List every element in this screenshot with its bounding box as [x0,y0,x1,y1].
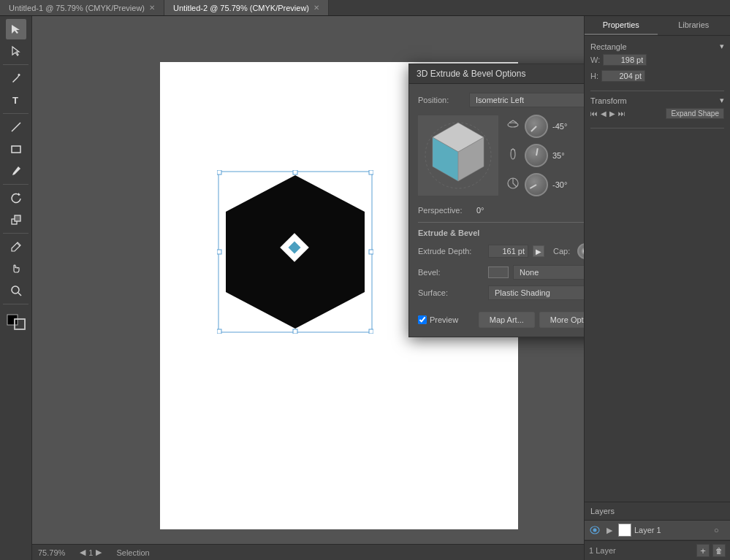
selection-tool[interactable] [6,19,26,39]
layer-visibility-toggle[interactable] [589,524,601,536]
dialog-body: Position: Isometric Left [409,84,584,337]
status-bar: 75.79% ◀ 1 ▶ Selection [32,544,584,560]
svg-rect-3 [12,146,20,153]
preview-label: Preview [430,315,458,324]
width-label: W: [590,55,600,64]
fill-stroke-indicator[interactable] [4,307,28,331]
delete-layer-btn[interactable]: 🗑 [712,544,726,557]
forward-icon[interactable]: ⏭ [618,110,626,118]
extrude-depth-row: Extrude Depth: ▶ Cap: [418,243,584,259]
main-layout: T [0,16,730,560]
y-rotation-dial[interactable] [525,144,548,167]
cube-preview[interactable] [418,115,498,196]
toolbar-separator-4 [3,233,28,234]
rewind-icon[interactable]: ⏮ [590,110,598,118]
dialog-title: 3D Extrude & Bevel Options [417,69,525,79]
brush-tool[interactable] [6,161,26,181]
tab1-label: Untitled-1 @ 75.79% (CMYK/Preview) [9,4,145,12]
tab-bar: Untitled-1 @ 75.79% (CMYK/Preview) ✕ Unt… [0,0,730,16]
x-rotation-icon [506,118,520,134]
layer-options-icon[interactable]: ○ [714,526,726,534]
layers-title: Layers [590,507,615,515]
section-divider-1 [418,222,584,223]
tab2-close[interactable]: ✕ [313,4,319,12]
hexagon-svg [218,172,372,332]
direct-select-tool[interactable] [6,41,26,61]
rectangle-section: Rectangle ▾ W: H: [590,42,724,91]
properties-tab[interactable]: Properties [585,16,658,35]
transform-expand-icon: ▾ [720,96,724,105]
right-panel: Properties Libraries Rectangle ▾ W: H: [584,16,730,560]
svg-point-31 [508,123,518,127]
x-rotation-dial[interactable] [525,115,548,138]
right-panel-tabs: Properties Libraries [585,16,730,36]
right-panel-content: Rectangle ▾ W: H: Transform ▾ [585,36,730,502]
pen-tool[interactable] [6,68,26,88]
properties-tab-label: Properties [603,20,639,29]
preview-checkbox-label[interactable]: Preview [418,315,474,324]
surface-select[interactable]: Plastic Shading [488,285,584,300]
extrude-depth-input[interactable] [488,245,528,258]
extrude-depth-arrow[interactable]: ▶ [533,245,544,257]
position-select[interactable]: Isometric Left [469,93,584,107]
line-tool[interactable] [6,117,26,137]
eyedropper-tool[interactable] [6,237,26,257]
width-input[interactable] [603,54,647,66]
new-layer-btn[interactable]: + [696,544,710,557]
dialog-titlebar[interactable]: 3D Extrude & Bevel Options [409,64,584,84]
tab-untitled2[interactable]: Untitled-2 @ 75.79% (CMYK/Preview) ✕ [164,0,329,15]
height-panel-input[interactable] [601,70,645,82]
z-rotation-icon [506,177,520,193]
cap-btn-round[interactable] [577,243,584,259]
more-options-button[interactable]: More Options [539,312,584,328]
svg-line-7 [18,293,21,296]
tab1-close[interactable]: ✕ [149,4,155,12]
cap-label: Cap: [553,247,570,256]
page-number: 1 [88,548,93,557]
map-art-button[interactable]: Map Art... [479,312,535,328]
position-row: Position: Isometric Left [418,93,584,107]
perspective-row: Perspective: 0° ▶ [418,205,584,215]
rotate-tool[interactable] [6,188,26,208]
preview-checkbox[interactable] [418,315,427,324]
x-rotation-value: -45° [552,122,582,131]
rectangle-tool[interactable] [6,139,26,159]
scale-tool[interactable] [6,210,26,230]
z-rotation-dial[interactable] [525,173,548,196]
page-next[interactable]: ▶ [96,548,102,557]
dialog-footer: Preview Map Art... More Options OK Cance… [418,309,584,328]
layers-status: 1 Layer [589,546,693,555]
zoom-tool[interactable] [6,280,26,301]
perspective-value: 0° [476,206,584,215]
type-tool[interactable]: T [6,90,26,110]
libraries-tab[interactable]: Libraries [658,16,731,35]
next-icon[interactable]: ▶ [609,110,615,118]
toolbar-separator-3 [3,184,28,185]
tab-untitled1[interactable]: Untitled-1 @ 75.79% (CMYK/Preview) ✕ [0,0,164,15]
expand-shape-btn[interactable]: Expand Shape [666,108,724,119]
cube-svg [418,115,498,196]
bevel-select[interactable]: None [513,265,584,280]
canvas-area: 3D Extrude & Bevel Options Position: Iso… [32,16,584,560]
surface-row: Surface: Plastic Shading [418,285,584,300]
hand-tool[interactable] [6,258,26,279]
hex-shape[interactable] [218,172,372,332]
surface-label: Surface: [418,288,484,297]
tab2-label: Untitled-2 @ 75.79% (CMYK/Preview) [173,4,309,12]
layers-bottom-toolbar: 1 Layer + 🗑 [585,540,730,560]
page-prev[interactable]: ◀ [80,548,85,557]
zoom-level: 75.79% [38,548,65,557]
left-toolbar: T [0,16,32,560]
rectangle-section-header[interactable]: Rectangle ▾ [590,42,724,51]
toolbar-separator-5 [3,304,28,304]
perspective-label: Perspective: [418,206,476,215]
svg-line-2 [12,123,20,131]
transform-section-header[interactable]: Transform ▾ [590,96,724,105]
layer-swatch [618,523,631,537]
rotation-controls: -45° 35° [498,115,584,196]
prev-icon[interactable]: ◀ [601,110,607,118]
layer-expand-btn[interactable]: ▶ [604,524,615,536]
layer-row-1[interactable]: ▶ Layer 1 ○ [585,521,730,540]
layer-name: Layer 1 [634,526,711,534]
svg-point-0 [18,74,20,76]
